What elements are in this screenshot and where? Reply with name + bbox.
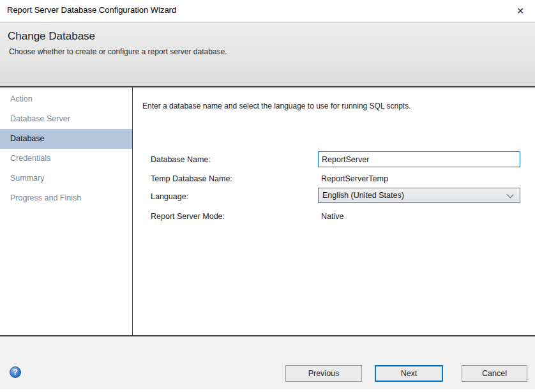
next-button[interactable]: Next [375, 365, 443, 382]
database-name-label: Database Name: [151, 155, 211, 164]
wizard-header: Change Database Choose whether to create… [0, 22, 535, 87]
window-title: Report Server Database Configuration Wiz… [7, 5, 176, 15]
temp-database-name-label: Temp Database Name: [151, 174, 232, 183]
close-icon[interactable]: ✕ [513, 4, 527, 18]
sidebar-item-progress-and-finish[interactable]: Progress and Finish [0, 188, 132, 208]
previous-button[interactable]: Previous [285, 365, 362, 382]
sidebar-item-database[interactable]: Database [0, 129, 132, 149]
language-dropdown-value: English (United States) [322, 191, 404, 200]
titlebar: Report Server Database Configuration Wiz… [0, 0, 535, 22]
sidebar-item-credentials[interactable]: Credentials [0, 149, 132, 169]
help-icon[interactable]: ? [10, 366, 21, 378]
step-content: Enter a database name and select the lan… [133, 87, 535, 335]
language-dropdown[interactable]: English (United States) [318, 188, 520, 203]
language-label: Language: [151, 192, 188, 201]
page-subtitle: Choose whether to create or configure a … [0, 43, 535, 56]
report-server-mode-value: Native [321, 212, 343, 221]
wizard-window: Report Server Database Configuration Wiz… [0, 0, 535, 392]
wizard-body: Action Database Server Database Credenti… [0, 87, 535, 336]
step-instruction: Enter a database name and select the lan… [142, 102, 411, 110]
sidebar-item-action[interactable]: Action [0, 89, 132, 109]
report-server-mode-label: Report Server Mode: [151, 212, 225, 221]
sidebar-item-summary[interactable]: Summary [0, 169, 132, 188]
database-name-input[interactable] [318, 151, 520, 167]
chevron-down-icon [507, 192, 514, 199]
cancel-button[interactable]: Cancel [462, 365, 527, 382]
temp-database-name-value: ReportServerTemp [321, 174, 388, 183]
steps-sidebar: Action Database Server Database Credenti… [0, 87, 133, 335]
wizard-footer: ? Previous Next Cancel [0, 336, 535, 389]
sidebar-item-database-server[interactable]: Database Server [0, 109, 132, 129]
page-title: Change Database [0, 23, 535, 43]
